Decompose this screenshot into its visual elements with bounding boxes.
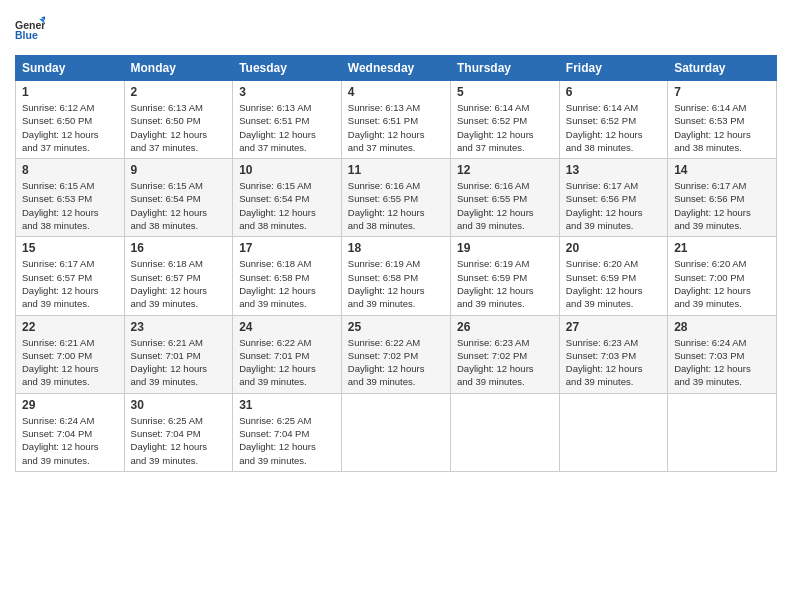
day-number: 27: [566, 320, 661, 334]
day-info: Sunrise: 6:22 AM Sunset: 7:02 PM Dayligh…: [348, 336, 444, 389]
calendar-day-cell: 26Sunrise: 6:23 AM Sunset: 7:02 PM Dayli…: [450, 315, 559, 393]
calendar-day-cell: 3Sunrise: 6:13 AM Sunset: 6:51 PM Daylig…: [233, 81, 342, 159]
calendar-day-cell: 24Sunrise: 6:22 AM Sunset: 7:01 PM Dayli…: [233, 315, 342, 393]
calendar-day-cell: 7Sunrise: 6:14 AM Sunset: 6:53 PM Daylig…: [668, 81, 777, 159]
day-number: 22: [22, 320, 118, 334]
svg-text:Blue: Blue: [15, 29, 38, 41]
calendar-day-cell: 6Sunrise: 6:14 AM Sunset: 6:52 PM Daylig…: [559, 81, 667, 159]
day-info: Sunrise: 6:25 AM Sunset: 7:04 PM Dayligh…: [131, 414, 227, 467]
day-info: Sunrise: 6:20 AM Sunset: 6:59 PM Dayligh…: [566, 257, 661, 310]
day-number: 19: [457, 241, 553, 255]
calendar-day-cell: [668, 393, 777, 471]
calendar-day-cell: 27Sunrise: 6:23 AM Sunset: 7:03 PM Dayli…: [559, 315, 667, 393]
calendar-week-row: 22Sunrise: 6:21 AM Sunset: 7:00 PM Dayli…: [16, 315, 777, 393]
calendar-week-row: 29Sunrise: 6:24 AM Sunset: 7:04 PM Dayli…: [16, 393, 777, 471]
day-number: 2: [131, 85, 227, 99]
calendar-day-cell: 19Sunrise: 6:19 AM Sunset: 6:59 PM Dayli…: [450, 237, 559, 315]
page-container: General Blue SundayMondayTuesdayWednesda…: [0, 0, 792, 612]
day-info: Sunrise: 6:12 AM Sunset: 6:50 PM Dayligh…: [22, 101, 118, 154]
day-info: Sunrise: 6:14 AM Sunset: 6:53 PM Dayligh…: [674, 101, 770, 154]
day-number: 9: [131, 163, 227, 177]
calendar-day-header: Saturday: [668, 56, 777, 81]
day-info: Sunrise: 6:16 AM Sunset: 6:55 PM Dayligh…: [457, 179, 553, 232]
calendar-day-cell: 1Sunrise: 6:12 AM Sunset: 6:50 PM Daylig…: [16, 81, 125, 159]
day-info: Sunrise: 6:15 AM Sunset: 6:54 PM Dayligh…: [131, 179, 227, 232]
page-header: General Blue: [15, 15, 777, 45]
day-info: Sunrise: 6:18 AM Sunset: 6:58 PM Dayligh…: [239, 257, 335, 310]
day-info: Sunrise: 6:13 AM Sunset: 6:51 PM Dayligh…: [348, 101, 444, 154]
calendar-day-cell: [341, 393, 450, 471]
calendar-day-cell: 23Sunrise: 6:21 AM Sunset: 7:01 PM Dayli…: [124, 315, 233, 393]
day-info: Sunrise: 6:17 AM Sunset: 6:56 PM Dayligh…: [566, 179, 661, 232]
day-info: Sunrise: 6:22 AM Sunset: 7:01 PM Dayligh…: [239, 336, 335, 389]
day-number: 30: [131, 398, 227, 412]
day-info: Sunrise: 6:24 AM Sunset: 7:03 PM Dayligh…: [674, 336, 770, 389]
calendar-day-cell: 15Sunrise: 6:17 AM Sunset: 6:57 PM Dayli…: [16, 237, 125, 315]
day-number: 6: [566, 85, 661, 99]
calendar-day-cell: 29Sunrise: 6:24 AM Sunset: 7:04 PM Dayli…: [16, 393, 125, 471]
day-info: Sunrise: 6:16 AM Sunset: 6:55 PM Dayligh…: [348, 179, 444, 232]
logo: General Blue: [15, 15, 45, 45]
calendar-day-cell: 5Sunrise: 6:14 AM Sunset: 6:52 PM Daylig…: [450, 81, 559, 159]
calendar-day-cell: 4Sunrise: 6:13 AM Sunset: 6:51 PM Daylig…: [341, 81, 450, 159]
day-number: 4: [348, 85, 444, 99]
calendar-week-row: 15Sunrise: 6:17 AM Sunset: 6:57 PM Dayli…: [16, 237, 777, 315]
day-info: Sunrise: 6:14 AM Sunset: 6:52 PM Dayligh…: [566, 101, 661, 154]
day-number: 14: [674, 163, 770, 177]
day-info: Sunrise: 6:25 AM Sunset: 7:04 PM Dayligh…: [239, 414, 335, 467]
calendar-day-cell: 8Sunrise: 6:15 AM Sunset: 6:53 PM Daylig…: [16, 159, 125, 237]
day-number: 15: [22, 241, 118, 255]
day-number: 5: [457, 85, 553, 99]
day-info: Sunrise: 6:14 AM Sunset: 6:52 PM Dayligh…: [457, 101, 553, 154]
day-info: Sunrise: 6:17 AM Sunset: 6:57 PM Dayligh…: [22, 257, 118, 310]
calendar-day-cell: [450, 393, 559, 471]
day-number: 12: [457, 163, 553, 177]
day-info: Sunrise: 6:18 AM Sunset: 6:57 PM Dayligh…: [131, 257, 227, 310]
calendar-day-header: Wednesday: [341, 56, 450, 81]
day-number: 21: [674, 241, 770, 255]
day-number: 11: [348, 163, 444, 177]
calendar-day-header: Thursday: [450, 56, 559, 81]
day-number: 8: [22, 163, 118, 177]
calendar-day-header: Tuesday: [233, 56, 342, 81]
calendar-day-cell: 28Sunrise: 6:24 AM Sunset: 7:03 PM Dayli…: [668, 315, 777, 393]
calendar-day-cell: 30Sunrise: 6:25 AM Sunset: 7:04 PM Dayli…: [124, 393, 233, 471]
calendar-day-cell: 18Sunrise: 6:19 AM Sunset: 6:58 PM Dayli…: [341, 237, 450, 315]
day-number: 10: [239, 163, 335, 177]
calendar-week-row: 8Sunrise: 6:15 AM Sunset: 6:53 PM Daylig…: [16, 159, 777, 237]
day-number: 24: [239, 320, 335, 334]
calendar-day-header: Monday: [124, 56, 233, 81]
day-info: Sunrise: 6:17 AM Sunset: 6:56 PM Dayligh…: [674, 179, 770, 232]
day-info: Sunrise: 6:23 AM Sunset: 7:03 PM Dayligh…: [566, 336, 661, 389]
day-info: Sunrise: 6:21 AM Sunset: 7:01 PM Dayligh…: [131, 336, 227, 389]
day-number: 18: [348, 241, 444, 255]
calendar-day-cell: 20Sunrise: 6:20 AM Sunset: 6:59 PM Dayli…: [559, 237, 667, 315]
day-info: Sunrise: 6:21 AM Sunset: 7:00 PM Dayligh…: [22, 336, 118, 389]
calendar-day-cell: 31Sunrise: 6:25 AM Sunset: 7:04 PM Dayli…: [233, 393, 342, 471]
calendar-day-cell: 17Sunrise: 6:18 AM Sunset: 6:58 PM Dayli…: [233, 237, 342, 315]
day-info: Sunrise: 6:13 AM Sunset: 6:50 PM Dayligh…: [131, 101, 227, 154]
day-number: 28: [674, 320, 770, 334]
day-number: 16: [131, 241, 227, 255]
calendar-day-cell: 9Sunrise: 6:15 AM Sunset: 6:54 PM Daylig…: [124, 159, 233, 237]
calendar-day-header: Sunday: [16, 56, 125, 81]
calendar-week-row: 1Sunrise: 6:12 AM Sunset: 6:50 PM Daylig…: [16, 81, 777, 159]
day-info: Sunrise: 6:23 AM Sunset: 7:02 PM Dayligh…: [457, 336, 553, 389]
day-info: Sunrise: 6:24 AM Sunset: 7:04 PM Dayligh…: [22, 414, 118, 467]
day-info: Sunrise: 6:20 AM Sunset: 7:00 PM Dayligh…: [674, 257, 770, 310]
calendar-day-cell: 25Sunrise: 6:22 AM Sunset: 7:02 PM Dayli…: [341, 315, 450, 393]
day-info: Sunrise: 6:19 AM Sunset: 6:59 PM Dayligh…: [457, 257, 553, 310]
calendar-day-cell: 14Sunrise: 6:17 AM Sunset: 6:56 PM Dayli…: [668, 159, 777, 237]
calendar-day-cell: 13Sunrise: 6:17 AM Sunset: 6:56 PM Dayli…: [559, 159, 667, 237]
day-number: 17: [239, 241, 335, 255]
day-info: Sunrise: 6:19 AM Sunset: 6:58 PM Dayligh…: [348, 257, 444, 310]
day-info: Sunrise: 6:15 AM Sunset: 6:53 PM Dayligh…: [22, 179, 118, 232]
calendar-day-cell: 21Sunrise: 6:20 AM Sunset: 7:00 PM Dayli…: [668, 237, 777, 315]
calendar-day-cell: 22Sunrise: 6:21 AM Sunset: 7:00 PM Dayli…: [16, 315, 125, 393]
day-number: 29: [22, 398, 118, 412]
calendar-day-cell: 10Sunrise: 6:15 AM Sunset: 6:54 PM Dayli…: [233, 159, 342, 237]
day-number: 25: [348, 320, 444, 334]
day-number: 7: [674, 85, 770, 99]
day-number: 13: [566, 163, 661, 177]
logo-icon: General Blue: [15, 15, 45, 45]
